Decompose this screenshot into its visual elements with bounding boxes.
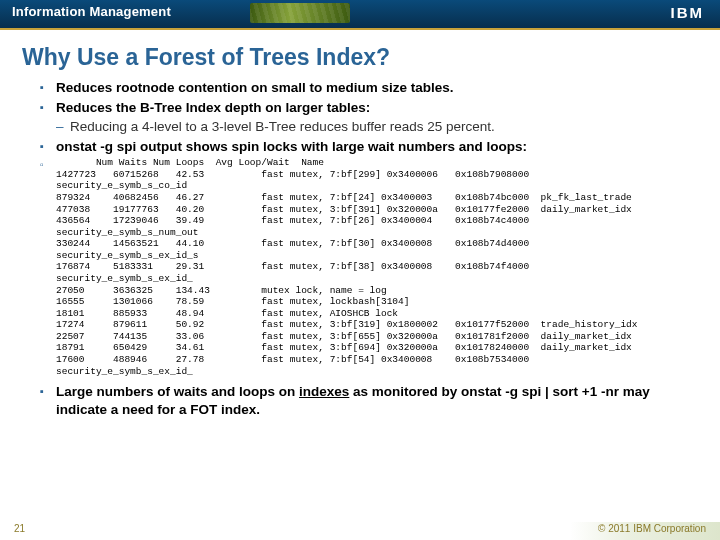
bullets-block: Reduces rootnode contention on small to … <box>40 79 696 155</box>
slide-title: Why Use a Forest of Trees Index? <box>22 44 720 71</box>
brand-label: Information Management <box>12 4 171 19</box>
ibm-logo: IBM <box>671 4 705 21</box>
onstat-text: Num Waits Num Loops Avg Loop/Wait Name 1… <box>56 157 696 377</box>
bullet-1: Reduces rootnode contention on small to … <box>40 79 696 97</box>
bullet-4-pre: Large numbers of waits and loops on <box>56 384 299 399</box>
header-bar: Information Management IBM <box>0 0 720 28</box>
bullet-2: Reduces the B-Tree Index depth on larger… <box>40 99 696 117</box>
bullet-2-text: Reduces the B-Tree Index depth on larger… <box>56 100 370 115</box>
header-rule <box>0 28 720 30</box>
copyright: © 2011 IBM Corporation <box>598 523 706 534</box>
bullet-3: onstat -g spi output shows spin locks wi… <box>40 138 696 156</box>
footer: 21 © 2011 IBM Corporation <box>0 518 720 540</box>
bullet-3-text: onstat -g spi output shows spin locks wi… <box>56 139 527 154</box>
bullet-4-underlined: indexes <box>299 384 349 399</box>
header-decoration <box>250 3 350 23</box>
bullet-2-sub: Reducing a 4-level to a 3-level B-Tree r… <box>40 118 696 136</box>
bullets-block-lower: Large numbers of waits and loops on inde… <box>40 383 696 418</box>
bullet-4: Large numbers of waits and loops on inde… <box>40 383 696 418</box>
onstat-output: Num Waits Num Loops Avg Loop/Wait Name 1… <box>40 157 696 377</box>
page-number: 21 <box>14 523 25 534</box>
bullet-1-text: Reduces rootnode contention on small to … <box>56 80 454 95</box>
